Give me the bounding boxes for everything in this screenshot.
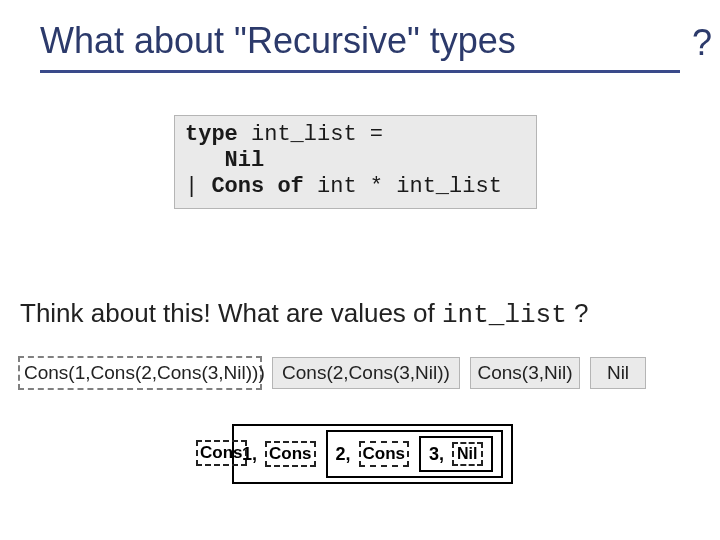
cons-tag-1: Cons [196,440,247,466]
value-box-3: Cons(3,Nil) [470,357,580,389]
code-pipe: | [185,174,211,199]
values-row: Cons(1,Cons(2,Cons(3,Nil))) Cons(2,Cons(… [18,356,702,390]
code-cons-rest: int * int_list [304,174,502,199]
title-text: What about "Recursive" types [40,20,516,61]
value-box-4: Nil [590,357,646,389]
subtitle-a: Think about this! What are values of [20,298,442,328]
type-definition-code: type int_list = Nil | Cons of int * int_… [174,115,537,209]
lead-2: 2, [336,444,351,465]
nil-tag: Nil [452,442,482,466]
value-box-2: Cons(2,Cons(3,Nil)) [272,357,460,389]
code-typename: int_list = [238,122,383,147]
lead-3: 3, [429,444,444,465]
subtitle-b: ? [567,298,589,328]
cons-tag-2: Cons [265,441,316,467]
subtitle-code: int_list [442,300,567,330]
nest-box-1: 1, Cons 2, Cons 3, Nil [232,424,513,484]
nested-diagram: Cons 1, Cons 2, Cons 3, Nil [232,418,513,490]
cons-tag-3: Cons [359,441,410,467]
nest-box-3: 3, Nil [419,436,492,472]
kw-type: type [185,122,238,147]
subtitle-line: Think about this! What are values of int… [20,298,589,330]
slide-title: What about "Recursive" types [40,20,680,73]
title-question-mark: ? [692,22,712,64]
ctor-cons: Cons of [211,174,303,199]
value-box-1: Cons(1,Cons(2,Cons(3,Nil))) [18,356,262,390]
ctor-nil: Nil [225,148,265,173]
nest-box-2: 2, Cons 3, Nil [326,430,503,478]
